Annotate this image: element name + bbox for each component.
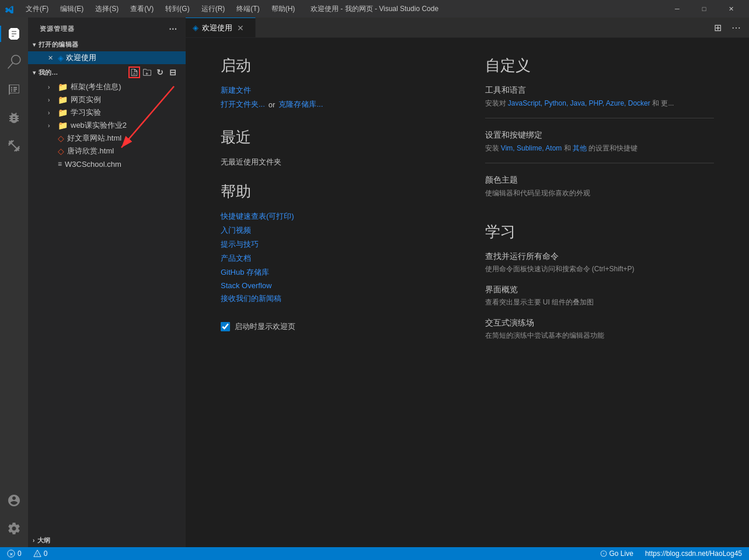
tree-folder-webpage[interactable]: › 📁 网页实例: [28, 93, 186, 106]
help-videos-link[interactable]: 入门视频: [221, 225, 450, 236]
status-warnings[interactable]: ! 0: [31, 550, 50, 558]
tree-file-chm[interactable]: ≡ W3CSchool.chm: [28, 158, 186, 170]
tab-close-button[interactable]: ✕: [236, 22, 245, 34]
tab-bar-actions: ⊞ ⋯: [705, 18, 749, 37]
activity-account[interactable]: [0, 487, 28, 514]
menu-bar: 文件(F) 编辑(E) 选择(S) 查看(V) 转到(G) 运行(R) 终端(T…: [21, 3, 299, 15]
status-url[interactable]: https://blog.csdn.net/HaoLog45: [643, 550, 744, 558]
open-editor-welcome[interactable]: ✕ ◈ 欢迎使用: [28, 51, 186, 64]
sidebar-header-icons: ⋯: [167, 23, 179, 35]
chevron-right-icon: ›: [48, 84, 56, 90]
folder-icon: 📁: [58, 121, 68, 130]
chevron-right-icon: ›: [48, 110, 56, 116]
menu-file[interactable]: 文件(F): [21, 3, 53, 15]
welcome-left-column: 启动 新建文件 打开文件夹... or 克隆存储库... 最近 无最近使用文件夹: [221, 55, 450, 351]
keybinding-card-desc: 安装 Vim, Sublime, Atom 和 其他 的设置和快捷键: [485, 143, 715, 153]
close-button[interactable]: ✕: [717, 0, 744, 18]
startup-checkbox-row: 启动时显示欢迎页: [221, 321, 450, 332]
startup-checkbox[interactable]: [221, 322, 230, 331]
error-count: 0: [18, 550, 22, 558]
menu-view[interactable]: 查看(V): [126, 3, 158, 15]
recent-section: 最近 无最近使用文件夹: [221, 127, 450, 167]
svg-text:!: !: [36, 552, 37, 556]
activity-search[interactable]: [0, 48, 28, 76]
html-file-icon: ◇: [58, 134, 64, 143]
customize-theme-card: 颜色主题 使编辑器和代码呈现你喜欢的外观: [485, 175, 715, 208]
new-file-link[interactable]: 新建文件: [221, 85, 450, 96]
golive-label: Go Live: [609, 550, 633, 558]
section-my-project[interactable]: ▾ 我的... ↻ ⊟: [28, 64, 186, 80]
help-docs-link[interactable]: 产品文档: [221, 253, 450, 264]
menu-select[interactable]: 选择(S): [90, 3, 123, 15]
chevron-right-icon: ›: [48, 123, 56, 129]
help-github-link[interactable]: GitHub 存储库: [221, 267, 450, 278]
recent-title: 最近: [221, 127, 450, 148]
theme-card-title: 颜色主题: [485, 175, 715, 186]
close-icon[interactable]: ✕: [48, 54, 56, 62]
folder-label: 网页实例: [71, 94, 101, 105]
learn-commands-desc: 使用命令面板快速访问和搜索命令 (Ctrl+Shift+P): [485, 264, 715, 274]
sidebar-header: 资源管理器 ⋯: [28, 18, 186, 38]
activity-explorer[interactable]: [0, 20, 28, 48]
menu-edit[interactable]: 编辑(E): [55, 3, 88, 15]
tools-card-desc: 安装对 JavaScript, Python, Java, PHP, Azure…: [485, 98, 715, 108]
tree-file-html1[interactable]: ◇ 好文章网站.html: [28, 132, 186, 145]
recent-empty-text: 无最近使用文件夹: [221, 157, 450, 167]
activity-source-control[interactable]: [0, 76, 28, 104]
keybinding-desc-link2[interactable]: 其他: [573, 144, 587, 152]
start-section: 启动 新建文件 打开文件夹... or 克隆存储库...: [221, 55, 450, 110]
more-actions-button[interactable]: ⋯: [728, 19, 744, 36]
tools-desc-links[interactable]: JavaScript, Python, Java, PHP, Azure, Do…: [508, 99, 650, 107]
learn-interactive-card: 交互式演练场 在简短的演练中尝试基本的编辑器功能: [485, 318, 715, 341]
folder-label: web课实验作业2: [71, 120, 127, 131]
html-file-icon: ◇: [58, 146, 64, 156]
help-shortcuts-link[interactable]: 快捷键速查表(可打印): [221, 211, 450, 222]
activity-extensions[interactable]: [0, 132, 28, 160]
open-folder-link[interactable]: 打开文件夹...: [221, 99, 265, 110]
tab-vscode-icon: ◈: [193, 23, 198, 32]
menu-help[interactable]: 帮助(H): [267, 3, 300, 15]
folder-label: 框架(考生信息): [71, 82, 121, 92]
clone-repo-link[interactable]: 克隆存储库...: [278, 99, 323, 110]
menu-goto[interactable]: 转到(G): [161, 3, 194, 15]
status-errors[interactable]: ✕ 0: [5, 550, 24, 558]
customize-section: 自定义 工具和语言 安装对 JavaScript, Python, Java, …: [485, 55, 715, 208]
help-tips-link[interactable]: 提示与技巧: [221, 239, 450, 250]
chevron-right-icon: ›: [48, 97, 56, 103]
folder-icon: 📁: [58, 95, 68, 104]
status-bar: ✕ 0 ! 0 Go Live https://blog.csdn.net/Ha…: [0, 547, 749, 560]
project-label: 我的...: [39, 68, 58, 77]
new-folder-icon[interactable]: [141, 66, 153, 78]
status-golive[interactable]: Go Live: [598, 550, 636, 558]
section-outline[interactable]: › 大纲: [28, 534, 186, 547]
tree-folder-study[interactable]: › 📁 学习实验: [28, 106, 186, 119]
customize-title: 自定义: [485, 55, 715, 76]
tree-file-html2[interactable]: ◇ 唐诗欣赏.html: [28, 145, 186, 158]
tab-welcome[interactable]: ◈ 欢迎使用 ✕: [186, 18, 256, 37]
split-editor-button[interactable]: ⊞: [709, 19, 726, 36]
collapse-icon[interactable]: ⊟: [167, 66, 179, 78]
warning-icon: !: [33, 550, 41, 558]
tree-folder-web[interactable]: › 📁 web课实验作业2: [28, 119, 186, 132]
help-stackoverflow-link[interactable]: Stack Overflow: [221, 281, 450, 290]
customize-keybinding-card: 设置和按键绑定 安装 Vim, Sublime, Atom 和 其他 的设置和快…: [485, 130, 715, 163]
status-bar-right: Go Live https://blog.csdn.net/HaoLog45: [598, 550, 744, 558]
new-file-icon[interactable]: [128, 66, 140, 78]
refresh-icon[interactable]: ↻: [154, 66, 166, 78]
activity-settings[interactable]: [0, 514, 28, 542]
activity-debug[interactable]: [0, 104, 28, 132]
menu-run[interactable]: 运行(R): [197, 3, 230, 15]
file-label: 唐诗欣赏.html: [67, 146, 114, 156]
menu-terminal[interactable]: 终端(T): [232, 3, 264, 15]
tools-desc-prefix: 安装对: [485, 99, 508, 107]
help-newsletter-link[interactable]: 接收我们的新闻稿: [221, 293, 450, 304]
section-open-editors[interactable]: ▾ 打开的编辑器: [28, 38, 186, 51]
keybinding-desc-links[interactable]: Vim, Sublime, Atom: [501, 144, 562, 152]
minimize-button[interactable]: ─: [664, 0, 691, 18]
chevron-down-icon: ▾: [33, 69, 36, 76]
maximize-button[interactable]: □: [691, 0, 717, 18]
tree-folder-framework[interactable]: › 📁 框架(考生信息): [28, 80, 186, 93]
new-file-button[interactable]: ⋯: [167, 23, 179, 35]
theme-card-desc: 使编辑器和代码呈现你喜欢的外观: [485, 188, 715, 198]
customize-tools-card: 工具和语言 安装对 JavaScript, Python, Java, PHP,…: [485, 85, 715, 118]
